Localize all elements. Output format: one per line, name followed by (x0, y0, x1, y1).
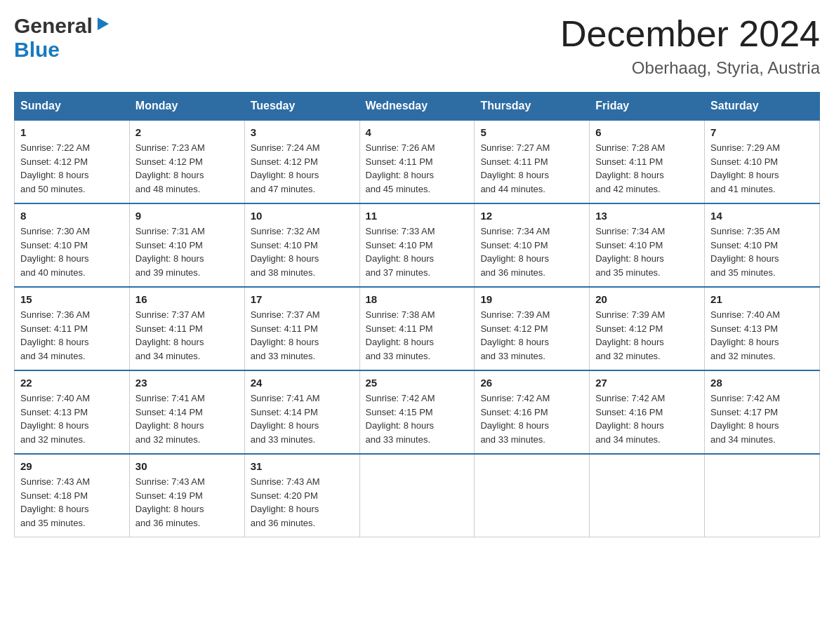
calendar-header-row: Sunday Monday Tuesday Wednesday Thursday… (15, 93, 820, 121)
calendar-cell: 28 Sunrise: 7:42 AM Sunset: 4:17 PM Dayl… (705, 370, 820, 454)
day-info: Sunrise: 7:28 AM Sunset: 4:11 PM Dayligh… (595, 141, 699, 196)
calendar-cell: 20 Sunrise: 7:39 AM Sunset: 4:12 PM Dayl… (590, 287, 705, 370)
logo-arrow-icon (95, 16, 110, 34)
day-info: Sunrise: 7:32 AM Sunset: 4:10 PM Dayligh… (251, 224, 354, 279)
day-info: Sunrise: 7:34 AM Sunset: 4:10 PM Dayligh… (480, 224, 583, 279)
day-number: 16 (135, 293, 239, 305)
calendar-cell: 3 Sunrise: 7:24 AM Sunset: 4:12 PM Dayli… (244, 120, 359, 203)
day-info: Sunrise: 7:40 AM Sunset: 4:13 PM Dayligh… (20, 391, 124, 446)
calendar-cell: 10 Sunrise: 7:32 AM Sunset: 4:10 PM Dayl… (244, 203, 359, 287)
day-info: Sunrise: 7:23 AM Sunset: 4:12 PM Dayligh… (135, 141, 239, 196)
header-tuesday: Tuesday (244, 93, 359, 121)
day-number: 2 (135, 126, 239, 138)
day-info: Sunrise: 7:33 AM Sunset: 4:10 PM Dayligh… (366, 224, 469, 279)
day-number: 15 (20, 293, 124, 305)
day-number: 24 (251, 377, 354, 389)
day-info: Sunrise: 7:36 AM Sunset: 4:11 PM Dayligh… (20, 308, 124, 363)
calendar-title: December 2024 (560, 14, 820, 54)
day-number: 30 (135, 460, 239, 472)
day-info: Sunrise: 7:30 AM Sunset: 4:10 PM Dayligh… (20, 224, 124, 279)
calendar-week-2: 8 Sunrise: 7:30 AM Sunset: 4:10 PM Dayli… (15, 203, 820, 287)
calendar-cell: 22 Sunrise: 7:40 AM Sunset: 4:13 PM Dayl… (15, 370, 130, 454)
calendar-week-3: 15 Sunrise: 7:36 AM Sunset: 4:11 PM Dayl… (15, 287, 820, 370)
calendar-cell: 5 Sunrise: 7:27 AM Sunset: 4:11 PM Dayli… (475, 120, 590, 203)
day-number: 8 (20, 210, 124, 222)
day-info: Sunrise: 7:41 AM Sunset: 4:14 PM Dayligh… (251, 391, 354, 446)
calendar-cell (359, 454, 475, 537)
calendar-cell (705, 454, 820, 537)
day-number: 10 (251, 210, 354, 222)
day-info: Sunrise: 7:37 AM Sunset: 4:11 PM Dayligh… (251, 308, 354, 363)
day-info: Sunrise: 7:37 AM Sunset: 4:11 PM Dayligh… (135, 308, 239, 363)
day-info: Sunrise: 7:38 AM Sunset: 4:11 PM Dayligh… (366, 308, 469, 363)
header-thursday: Thursday (475, 93, 590, 121)
day-info: Sunrise: 7:39 AM Sunset: 4:12 PM Dayligh… (480, 308, 583, 363)
calendar-cell: 25 Sunrise: 7:42 AM Sunset: 4:15 PM Dayl… (359, 370, 475, 454)
day-number: 21 (710, 293, 814, 305)
logo-blue-text: Blue (14, 38, 60, 62)
day-info: Sunrise: 7:24 AM Sunset: 4:12 PM Dayligh… (251, 141, 354, 196)
day-number: 12 (480, 210, 583, 222)
calendar-cell: 6 Sunrise: 7:28 AM Sunset: 4:11 PM Dayli… (590, 120, 705, 203)
logo: General Blue (14, 14, 110, 62)
day-number: 23 (135, 377, 239, 389)
day-number: 22 (20, 377, 124, 389)
day-number: 17 (251, 293, 354, 305)
calendar-cell: 31 Sunrise: 7:43 AM Sunset: 4:20 PM Dayl… (244, 454, 359, 537)
calendar-cell: 23 Sunrise: 7:41 AM Sunset: 4:14 PM Dayl… (129, 370, 244, 454)
day-info: Sunrise: 7:42 AM Sunset: 4:15 PM Dayligh… (366, 391, 469, 446)
calendar-cell: 17 Sunrise: 7:37 AM Sunset: 4:11 PM Dayl… (244, 287, 359, 370)
calendar-cell: 30 Sunrise: 7:43 AM Sunset: 4:19 PM Dayl… (129, 454, 244, 537)
day-number: 7 (710, 126, 814, 138)
calendar-week-1: 1 Sunrise: 7:22 AM Sunset: 4:12 PM Dayli… (15, 120, 820, 203)
calendar-cell: 9 Sunrise: 7:31 AM Sunset: 4:10 PM Dayli… (129, 203, 244, 287)
calendar-week-5: 29 Sunrise: 7:43 AM Sunset: 4:18 PM Dayl… (15, 454, 820, 537)
header-friday: Friday (590, 93, 705, 121)
calendar-cell: 2 Sunrise: 7:23 AM Sunset: 4:12 PM Dayli… (129, 120, 244, 203)
day-number: 18 (366, 293, 469, 305)
day-number: 3 (251, 126, 354, 138)
calendar-title-area: December 2024 Oberhaag, Styria, Austria (560, 14, 820, 78)
day-number: 13 (595, 210, 699, 222)
header-monday: Monday (129, 93, 244, 121)
day-info: Sunrise: 7:43 AM Sunset: 4:20 PM Dayligh… (251, 475, 354, 530)
calendar-location: Oberhaag, Styria, Austria (560, 58, 820, 78)
calendar-cell: 27 Sunrise: 7:42 AM Sunset: 4:16 PM Dayl… (590, 370, 705, 454)
day-info: Sunrise: 7:29 AM Sunset: 4:10 PM Dayligh… (710, 141, 814, 196)
calendar-cell: 13 Sunrise: 7:34 AM Sunset: 4:10 PM Dayl… (590, 203, 705, 287)
calendar-cell: 4 Sunrise: 7:26 AM Sunset: 4:11 PM Dayli… (359, 120, 475, 203)
day-number: 26 (480, 377, 583, 389)
day-number: 20 (595, 293, 699, 305)
day-info: Sunrise: 7:43 AM Sunset: 4:18 PM Dayligh… (20, 475, 124, 530)
calendar-cell: 24 Sunrise: 7:41 AM Sunset: 4:14 PM Dayl… (244, 370, 359, 454)
header-sunday: Sunday (15, 93, 130, 121)
day-number: 11 (366, 210, 469, 222)
day-info: Sunrise: 7:35 AM Sunset: 4:10 PM Dayligh… (710, 224, 814, 279)
day-info: Sunrise: 7:27 AM Sunset: 4:11 PM Dayligh… (480, 141, 583, 196)
calendar-cell: 14 Sunrise: 7:35 AM Sunset: 4:10 PM Dayl… (705, 203, 820, 287)
day-info: Sunrise: 7:40 AM Sunset: 4:13 PM Dayligh… (710, 308, 814, 363)
day-info: Sunrise: 7:43 AM Sunset: 4:19 PM Dayligh… (135, 475, 239, 530)
day-number: 28 (710, 377, 814, 389)
day-info: Sunrise: 7:42 AM Sunset: 4:16 PM Dayligh… (480, 391, 583, 446)
day-info: Sunrise: 7:42 AM Sunset: 4:16 PM Dayligh… (595, 391, 699, 446)
day-number: 14 (710, 210, 814, 222)
calendar-cell: 1 Sunrise: 7:22 AM Sunset: 4:12 PM Dayli… (15, 120, 130, 203)
logo-general-text: General (14, 14, 93, 38)
page-header: General Blue December 2024 Oberhaag, Sty… (14, 14, 820, 78)
calendar-table: Sunday Monday Tuesday Wednesday Thursday… (14, 92, 820, 537)
header-wednesday: Wednesday (359, 93, 475, 121)
day-number: 25 (366, 377, 469, 389)
day-number: 31 (251, 460, 354, 472)
day-number: 19 (480, 293, 583, 305)
day-info: Sunrise: 7:42 AM Sunset: 4:17 PM Dayligh… (710, 391, 814, 446)
calendar-cell: 26 Sunrise: 7:42 AM Sunset: 4:16 PM Dayl… (475, 370, 590, 454)
day-number: 4 (366, 126, 469, 138)
calendar-cell: 21 Sunrise: 7:40 AM Sunset: 4:13 PM Dayl… (705, 287, 820, 370)
calendar-cell: 8 Sunrise: 7:30 AM Sunset: 4:10 PM Dayli… (15, 203, 130, 287)
header-saturday: Saturday (705, 93, 820, 121)
day-info: Sunrise: 7:41 AM Sunset: 4:14 PM Dayligh… (135, 391, 239, 446)
calendar-week-4: 22 Sunrise: 7:40 AM Sunset: 4:13 PM Dayl… (15, 370, 820, 454)
calendar-cell (475, 454, 590, 537)
calendar-cell: 19 Sunrise: 7:39 AM Sunset: 4:12 PM Dayl… (475, 287, 590, 370)
